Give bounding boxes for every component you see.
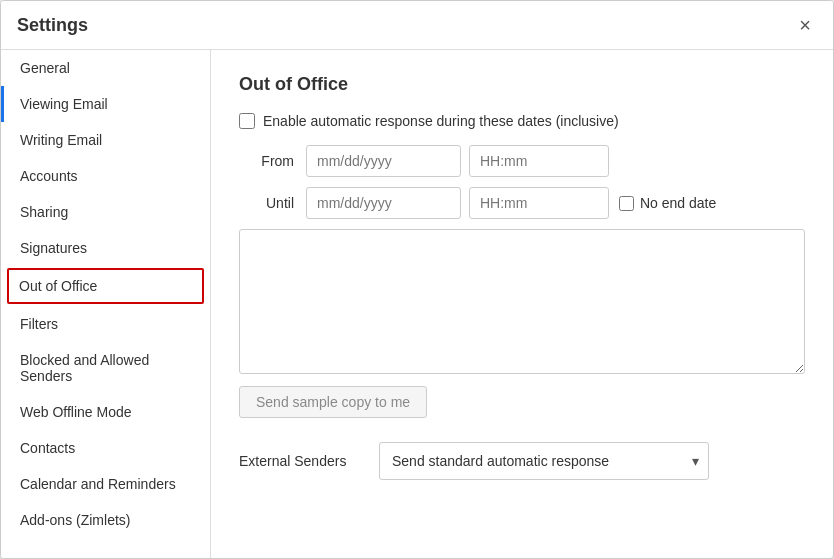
sidebar-item-sharing[interactable]: Sharing xyxy=(1,194,210,230)
sidebar-item-signatures[interactable]: Signatures xyxy=(1,230,210,266)
from-time-input[interactable] xyxy=(469,145,609,177)
main-content: Out of Office Enable automatic response … xyxy=(211,50,833,558)
sidebar-item-blocked-allowed[interactable]: Blocked and Allowed Senders xyxy=(1,342,210,394)
sidebar-item-out-of-office[interactable]: Out of Office xyxy=(7,268,204,304)
sidebar-item-addons[interactable]: Add-ons (Zimlets) xyxy=(1,502,210,538)
until-date-input[interactable] xyxy=(306,187,461,219)
sidebar-item-calendar-reminders[interactable]: Calendar and Reminders xyxy=(1,466,210,502)
external-senders-row: External Senders Send standard automatic… xyxy=(239,442,805,480)
no-end-date-label[interactable]: No end date xyxy=(640,195,716,211)
sidebar-item-general[interactable]: General xyxy=(1,50,210,86)
until-label: Until xyxy=(239,195,294,211)
until-time-input[interactable] xyxy=(469,187,609,219)
from-label: From xyxy=(239,153,294,169)
sidebar-item-viewing-email[interactable]: Viewing Email xyxy=(1,86,210,122)
settings-dialog: Settings × General Viewing Email Writing… xyxy=(0,0,834,559)
external-senders-select-wrapper: Send standard automatic response Send cu… xyxy=(379,442,709,480)
external-senders-select[interactable]: Send standard automatic response Send cu… xyxy=(379,442,709,480)
sidebar: General Viewing Email Writing Email Acco… xyxy=(1,50,211,558)
external-senders-label: External Senders xyxy=(239,453,359,469)
from-date-input[interactable] xyxy=(306,145,461,177)
dialog-body: General Viewing Email Writing Email Acco… xyxy=(1,50,833,558)
no-end-date-checkbox[interactable] xyxy=(619,196,634,211)
dialog-title: Settings xyxy=(17,15,88,36)
from-row: From xyxy=(239,145,805,177)
dialog-header: Settings × xyxy=(1,1,833,50)
enable-auto-checkbox[interactable] xyxy=(239,113,255,129)
section-title: Out of Office xyxy=(239,74,805,95)
close-button[interactable]: × xyxy=(793,13,817,37)
enable-auto-label[interactable]: Enable automatic response during these d… xyxy=(263,113,619,129)
sidebar-item-contacts[interactable]: Contacts xyxy=(1,430,210,466)
message-textarea[interactable] xyxy=(239,229,805,374)
sidebar-item-filters[interactable]: Filters xyxy=(1,306,210,342)
sidebar-item-web-offline[interactable]: Web Offline Mode xyxy=(1,394,210,430)
enable-row: Enable automatic response during these d… xyxy=(239,113,805,129)
no-end-date-row: No end date xyxy=(619,195,716,211)
send-sample-button[interactable]: Send sample copy to me xyxy=(239,386,427,418)
until-row: Until No end date xyxy=(239,187,805,219)
sidebar-item-writing-email[interactable]: Writing Email xyxy=(1,122,210,158)
sidebar-item-accounts[interactable]: Accounts xyxy=(1,158,210,194)
